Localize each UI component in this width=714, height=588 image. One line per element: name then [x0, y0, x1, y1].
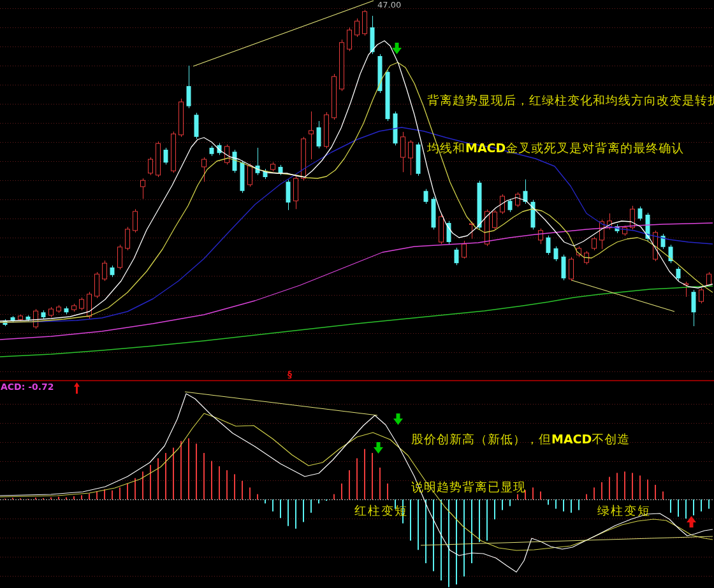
- divergence-annotation-top: 背离趋势显现后，红绿柱变化和均线方向改变是转折点 均线和MACD金叉或死叉是对背…: [427, 61, 714, 188]
- annotation-top-line2: 均线和MACD金叉或死叉是对背离的最终确认: [427, 140, 714, 156]
- annotation-mid-line2: 说明趋势背离已显现: [411, 480, 526, 494]
- macd-value-label: ACD: -0.72: [1, 382, 80, 393]
- up-arrow-icon: [55, 382, 80, 394]
- red-bars-shorten-label: 红柱变短: [354, 503, 408, 519]
- annotation-top-line1: 背离趋势显现后，红绿柱变化和均线方向改变是转折点: [427, 93, 714, 107]
- annotation-mid-line1: 股价创新高（新低），但MACD不创造: [411, 431, 630, 447]
- up-arrow-icon: [686, 516, 697, 527]
- stock-chart-screen: 47.00 背离趋势显现后，红绿柱变化和均线方向改变是转折点 均线和MACD金叉…: [0, 0, 714, 588]
- peak-price-label: 47.00: [377, 0, 401, 10]
- section-marker: §: [288, 369, 292, 379]
- down-arrow-icon: [393, 413, 404, 425]
- down-arrow-icon: [391, 43, 402, 54]
- down-arrow-icon: [373, 442, 384, 454]
- green-bars-shorten-label: 绿柱变短: [597, 503, 651, 519]
